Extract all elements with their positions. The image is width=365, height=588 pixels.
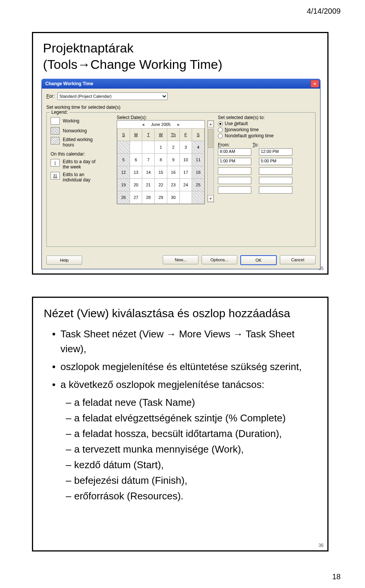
cal-cell[interactable]: 7 xyxy=(142,154,155,166)
cal-cell[interactable]: 12 xyxy=(117,166,130,179)
dialog-title: Change Working Time xyxy=(43,81,93,86)
set-selected-column: Set selected date(s) to: Use default Non… xyxy=(218,115,312,243)
cal-cell[interactable]: 22 xyxy=(155,179,167,191)
slide-1-title-line2: (Tools→Change Working Time) xyxy=(43,56,222,73)
to-time-3[interactable] xyxy=(259,167,292,175)
cal-cell[interactable]: 2 xyxy=(167,141,179,154)
from-time-1[interactable]: 8:00 AM xyxy=(218,148,251,156)
dow-th[interactable]: Th xyxy=(167,129,179,141)
for-row: For: Standard (Project Calendar) xyxy=(46,92,168,100)
cal-cell[interactable]: 30 xyxy=(167,191,179,204)
dow-m[interactable]: M xyxy=(130,129,142,141)
cal-row: 2627282930 xyxy=(117,191,205,204)
cal-cell[interactable]: 25 xyxy=(192,179,205,191)
bullet-1c: a következő oszlopok megjelenítése tanác… xyxy=(52,377,316,392)
from-time-3[interactable] xyxy=(218,167,251,175)
for-select[interactable]: Standard (Project Calendar) xyxy=(57,92,168,100)
calendar-scrollbar[interactable]: ▲ ▼ xyxy=(207,120,214,202)
for-label: For: xyxy=(46,94,54,99)
dialog-titlebar[interactable]: Change Working Time × xyxy=(41,79,321,89)
dow-s[interactable]: S xyxy=(117,129,130,141)
ok-button[interactable]: OK xyxy=(240,255,277,265)
cal-cell[interactable]: 3 xyxy=(179,141,192,154)
radio-nonworking[interactable]: Nonworking time xyxy=(218,127,312,132)
cancel-button[interactable]: Cancel xyxy=(280,255,316,264)
slide-2: 36 Nézet (View) kiválasztása és oszlop h… xyxy=(32,297,328,551)
individual-day-box-icon: 31 xyxy=(51,172,60,180)
cal-cell[interactable]: 10 xyxy=(179,154,192,166)
help-button[interactable]: Help xyxy=(46,256,82,265)
cal-cell[interactable]: 29 xyxy=(155,191,167,204)
dow-f[interactable]: F xyxy=(179,129,192,141)
dow-s2[interactable]: S xyxy=(192,129,205,141)
cal-cell[interactable]: 17 xyxy=(179,166,192,179)
new-button[interactable]: New... xyxy=(163,255,198,264)
cal-cell[interactable]: 16 xyxy=(167,166,179,179)
close-icon[interactable]: × xyxy=(311,80,319,87)
to-time-4[interactable] xyxy=(259,177,292,184)
on-this-calendar-label: On this calendar: xyxy=(51,151,111,157)
from-time-5[interactable] xyxy=(218,186,251,194)
cal-cell[interactable]: 26 xyxy=(117,191,130,204)
dialog-right-buttons: New... Options... OK Cancel xyxy=(163,255,316,265)
slide-2-number: 36 xyxy=(319,543,324,548)
to-time-5[interactable] xyxy=(259,186,292,194)
cal-cell[interactable]: 13 xyxy=(130,166,142,179)
to-time-2[interactable]: 5:00 PM xyxy=(259,158,292,165)
from-to-labels: From: To: xyxy=(218,142,312,148)
cal-cell[interactable]: 24 xyxy=(179,179,192,191)
bullet-2c: a feladat hossza, becsült időtartama (Du… xyxy=(66,426,316,441)
bullet-2e: kezdő dátum (Start), xyxy=(66,458,316,472)
radio-nondefault[interactable]: Nondefault working time xyxy=(218,133,312,138)
bullet-2d: a tervezett munka mennyisége (Work), xyxy=(66,442,316,457)
radio-icon[interactable] xyxy=(218,127,223,132)
dow-t[interactable]: T xyxy=(142,129,155,141)
legend-edits-individual-day: 31 Edits to an individual day xyxy=(51,172,111,183)
calendar-grid[interactable]: ◄ June 2005 ► S M T W xyxy=(117,120,205,204)
radio-icon[interactable] xyxy=(218,133,223,138)
radio-use-default[interactable]: Use default xyxy=(218,121,312,126)
cal-cell[interactable] xyxy=(192,191,205,204)
cal-cell[interactable]: 15 xyxy=(155,166,167,179)
cal-cell[interactable]: 27 xyxy=(130,191,142,204)
legend-nonworking-text: Nonworking xyxy=(63,128,87,133)
cal-cell[interactable]: 14 xyxy=(142,166,155,179)
options-button[interactable]: Options... xyxy=(202,255,237,264)
cal-cell[interactable]: 11 xyxy=(192,154,205,166)
dialog-body: For: Standard (Project Calendar) Set wor… xyxy=(41,89,321,269)
swatch-working-icon xyxy=(51,117,60,125)
legend-column: Working Nonworking Edited working hours xyxy=(51,115,111,243)
edits-individual-day-text: Edits to an individual day xyxy=(63,172,90,183)
scroll-thumb[interactable] xyxy=(208,129,213,148)
chevron-left-icon[interactable]: ◄ xyxy=(141,122,145,127)
cal-cell[interactable]: 19 xyxy=(117,179,130,191)
scroll-up-icon[interactable]: ▲ xyxy=(208,121,214,127)
cal-cell[interactable]: 18 xyxy=(192,166,205,179)
cal-cell[interactable] xyxy=(179,191,192,204)
radio-icon[interactable] xyxy=(218,121,223,126)
from-label: From: xyxy=(218,142,230,148)
change-working-time-dialog: Change Working Time × For: Standard (Pro… xyxy=(41,79,321,269)
cal-cell[interactable]: 28 xyxy=(142,191,155,204)
to-time-1[interactable]: 12:00 PM xyxy=(259,148,292,156)
cal-cell[interactable]: 20 xyxy=(130,179,142,191)
cal-cell[interactable]: 4 xyxy=(192,141,205,154)
scroll-down-icon[interactable]: ▼ xyxy=(208,195,214,202)
cal-cell[interactable]: 6 xyxy=(130,154,142,166)
cal-cell[interactable]: 23 xyxy=(167,179,179,191)
cal-cell[interactable]: 21 xyxy=(142,179,155,191)
cal-cell[interactable] xyxy=(142,141,155,154)
cal-cell[interactable]: 9 xyxy=(167,154,179,166)
chevron-right-icon[interactable]: ► xyxy=(177,122,181,127)
cal-cell[interactable]: 1 xyxy=(155,141,167,154)
from-time-2[interactable]: 1:00 PM xyxy=(218,158,251,165)
cal-cell[interactable] xyxy=(130,141,142,154)
cal-cell[interactable] xyxy=(117,141,130,154)
time-row-3 xyxy=(218,167,312,175)
cal-row: 1234 xyxy=(117,141,205,154)
dow-w[interactable]: W xyxy=(155,129,167,141)
bullet-2a: a feladat neve (Task Name) xyxy=(66,395,316,410)
cal-cell[interactable]: 5 xyxy=(117,154,130,166)
cal-cell[interactable]: 8 xyxy=(155,154,167,166)
from-time-4[interactable] xyxy=(218,177,251,184)
